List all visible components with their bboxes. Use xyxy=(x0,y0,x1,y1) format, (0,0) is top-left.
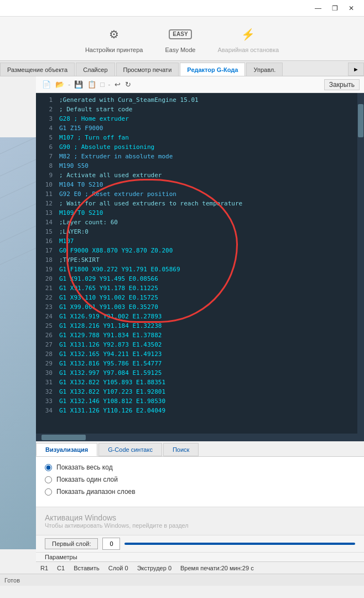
radio-show-all[interactable] xyxy=(45,464,52,471)
first-layer-button[interactable]: Первый слой: xyxy=(45,538,98,549)
line-numbers: 1234567891011121314151617181920212223242… xyxy=(36,93,56,434)
easy-mode-icon: EASY xyxy=(170,24,190,44)
radio-show-range[interactable] xyxy=(45,488,52,496)
tab-preview[interactable]: Просмотр печати xyxy=(116,63,179,76)
tab-visualization[interactable]: Визуализация xyxy=(36,443,97,456)
radio-row-3: Показать диапазон слоев xyxy=(45,488,355,496)
settings-icon: ⚙ xyxy=(104,24,124,44)
easy-mode-button[interactable]: EASY Easy Mode xyxy=(165,24,195,53)
tab-gcode-syntax[interactable]: G-Code синтакс xyxy=(98,443,162,456)
svg-line-3 xyxy=(0,204,36,220)
separator2: □ xyxy=(100,80,105,89)
tab-placement[interactable]: Размещение объекта xyxy=(0,63,75,76)
activation-watermark: Активация Windows Чтобы активировать Win… xyxy=(36,507,364,535)
svg-line-5 xyxy=(0,248,36,265)
emergency-stop-button[interactable]: ⚡ Аварийная остановка xyxy=(217,24,279,53)
title-bar: — ❐ ✕ xyxy=(0,0,364,17)
svg-line-2 xyxy=(0,182,36,198)
code-content[interactable]: ;Generated with Cura_SteamEngine 15.01; … xyxy=(56,93,357,434)
printer-settings-label: Настройки принтера xyxy=(85,47,143,53)
close-editor-button[interactable]: Закрыть xyxy=(324,79,360,90)
h-scrollbar-thumb[interactable] xyxy=(41,435,86,440)
cursor-col: C1 xyxy=(57,565,65,571)
scrollbar-thumb[interactable] xyxy=(358,104,363,137)
new-file-icon[interactable]: 📄 xyxy=(40,79,53,90)
minimize-button[interactable]: — xyxy=(310,1,326,16)
svg-line-4 xyxy=(0,226,36,243)
options-panel: Показать весь код Показать один слой Пок… xyxy=(36,457,364,507)
save-icon[interactable]: 💾 xyxy=(72,79,85,90)
tab-control[interactable]: Управл. xyxy=(246,63,283,76)
printer-settings-button[interactable]: ⚙ Настройки принтера xyxy=(85,24,143,53)
main-toolbar: ⚙ Настройки принтера EASY Easy Mode ⚡ Ав… xyxy=(0,17,364,61)
status-bar: R1 C1 Вставить Слой 0 Экструдер 0 Время … xyxy=(36,561,364,574)
params-label: Параметры xyxy=(36,552,364,561)
bottom-tab-bar: Визуализация G-Code синтакс Поиск xyxy=(36,441,364,457)
bottom-status-bar: Готов xyxy=(0,574,364,586)
left-panel xyxy=(0,137,36,549)
close-button[interactable]: ✕ xyxy=(343,1,360,16)
tab-gcode-editor[interactable]: Редактор G-Кода xyxy=(180,63,245,76)
gcode-editor[interactable]: 1234567891011121314151617181920212223242… xyxy=(36,93,364,434)
maximize-button[interactable]: ❐ xyxy=(326,1,343,16)
emergency-icon: ⚡ xyxy=(238,24,258,44)
ready-status: Готов xyxy=(4,577,20,584)
tab-slicer[interactable]: Слайсер xyxy=(76,63,115,76)
print-time: Время печати:20 мин:29 с xyxy=(180,565,254,571)
save-as-icon[interactable]: 📋 xyxy=(86,79,98,90)
separator3: - xyxy=(108,80,110,89)
undo-icon[interactable]: ↩ xyxy=(113,79,122,90)
insert-mode: Вставить xyxy=(74,565,100,571)
vertical-scrollbar[interactable] xyxy=(357,93,364,434)
first-layer-row: Первый слой: 0 xyxy=(36,535,364,552)
layer-spinner[interactable]: 0 xyxy=(102,538,120,550)
radio-show-one-layer-label: Показать один слой xyxy=(56,476,118,483)
main-tab-bar: Размещение объекта Слайсер Просмотр печа… xyxy=(0,61,364,76)
activation-title: Активация Windows xyxy=(45,513,355,522)
easy-mode-label: Easy Mode xyxy=(165,47,195,53)
separator1: - xyxy=(68,80,70,89)
radio-show-range-label: Показать диапазон слоев xyxy=(56,488,136,496)
extruder-info: Экструдер 0 xyxy=(137,565,171,571)
radio-row-1: Показать весь код xyxy=(45,463,355,471)
horizontal-scrollbar[interactable] xyxy=(36,434,364,441)
tab-search[interactable]: Поиск xyxy=(163,443,199,456)
layer-slider[interactable] xyxy=(124,543,355,545)
open-file-icon[interactable]: 📂 xyxy=(54,79,66,90)
layer-info: Слой 0 xyxy=(108,565,128,571)
editor-toolbar: 📄 📂 - 💾 📋 □ - ↩ ↻ Закрыть xyxy=(36,76,364,93)
emergency-label: Аварийная остановка xyxy=(217,47,279,53)
cursor-row: R1 xyxy=(40,565,48,571)
radio-show-all-label: Показать весь код xyxy=(56,463,113,471)
left-panel-svg xyxy=(0,137,36,549)
activation-desc: Чтобы активировать Windows, перейдите в … xyxy=(45,522,355,529)
tab-scroll-right[interactable]: ► xyxy=(348,63,364,76)
radio-row-2: Показать один слой xyxy=(45,476,355,483)
editor-icons: 📄 📂 - 💾 📋 □ - ↩ ↻ xyxy=(40,79,133,90)
radio-show-one-layer[interactable] xyxy=(45,476,52,483)
redo-icon[interactable]: ↻ xyxy=(123,79,133,90)
svg-line-1 xyxy=(0,159,36,176)
svg-line-0 xyxy=(0,137,36,154)
